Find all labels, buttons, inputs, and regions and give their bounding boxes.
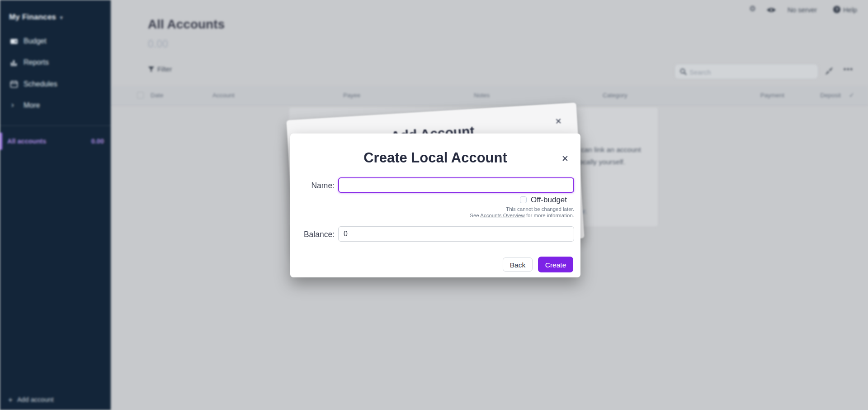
search-input[interactable] (689, 64, 817, 80)
active-indicator-bar (0, 133, 2, 150)
page-balance: 0.00 (148, 38, 168, 50)
page-title: All Accounts (148, 17, 225, 32)
sidebar-item-label: Schedules (24, 80, 57, 88)
offbudget-checkbox[interactable] (520, 196, 527, 203)
eye-icon[interactable] (766, 7, 777, 15)
create-button[interactable]: Create (538, 257, 573, 272)
column-header-payee: Payee (343, 92, 360, 99)
accounts-overview-link[interactable]: Accounts Overview (480, 213, 524, 218)
sidebar-item-label: More (24, 101, 40, 110)
column-header-date: Date (151, 92, 164, 99)
sidebar-item-label: Reports (24, 58, 49, 67)
balance-input[interactable] (338, 226, 574, 242)
wallet-icon (10, 37, 18, 45)
column-header-category: Category (603, 92, 627, 99)
search-icon (679, 68, 687, 76)
close-icon[interactable]: ✕ (555, 116, 562, 127)
filter-label: Filter (157, 66, 172, 73)
help-button[interactable]: Help (843, 6, 857, 14)
calendar-icon (10, 80, 18, 88)
sidebar: My Finances▼ Budget Reports Schedules (0, 0, 111, 410)
balance-label: Balance: (290, 230, 335, 239)
create-local-account-modal: Create Local Account ✕ Name: Off-budget … (290, 133, 580, 277)
funnel-icon (148, 67, 154, 72)
gear-icon[interactable]: ⚙ (749, 4, 756, 14)
server-status-button[interactable]: No server (788, 6, 817, 14)
help-icon: ? (833, 6, 840, 13)
back-button[interactable]: Back (503, 257, 533, 272)
collapse-rows-icon[interactable] (825, 67, 834, 76)
sidebar-divider (0, 125, 111, 126)
budget-name-menu[interactable]: My Finances▼ (9, 13, 64, 22)
chevron-down-icon: ▼ (59, 15, 64, 20)
sidebar-item-label: Budget (24, 37, 47, 45)
sidebar-item-more[interactable]: › More (0, 100, 111, 112)
cleared-column-icon[interactable]: ✓ (849, 91, 854, 99)
chevron-right-icon: › (11, 100, 19, 109)
sidebar-item-reports[interactable]: Reports (0, 57, 111, 69)
sidebar-item-all-accounts[interactable]: All accounts 0.00 (0, 133, 111, 150)
column-header-deposit: Deposit (820, 92, 841, 99)
app-window: My Finances▼ Budget Reports Schedules (0, 0, 868, 410)
filter-button[interactable]: Filter (148, 66, 172, 73)
bar-chart-icon (10, 58, 18, 67)
column-header-account: Account (212, 92, 235, 99)
column-header-notes: Notes (474, 92, 490, 99)
background-text-fragment: can link an account (581, 146, 641, 154)
offbudget-note-line2: See Accounts Overview for more informati… (470, 213, 574, 218)
all-accounts-label: All accounts (7, 138, 46, 145)
offbudget-label: Off-budget (531, 195, 567, 205)
plus-icon: + (8, 396, 13, 404)
transactions-table-header: Date Account Payee Notes Category Paymen… (111, 86, 868, 105)
all-accounts-amount: 0.00 (91, 138, 104, 145)
sidebar-item-budget[interactable]: Budget (0, 36, 111, 48)
more-options-button[interactable]: ••• (844, 65, 854, 73)
add-account-button[interactable]: +Add account (8, 396, 54, 405)
select-all-checkbox[interactable] (137, 92, 144, 99)
column-header-payment: Payment (760, 92, 784, 99)
note-suffix: for more information. (525, 213, 574, 218)
name-label: Name: (290, 181, 335, 191)
add-account-label: Add account (17, 396, 54, 403)
modal-title: Create Local Account (290, 150, 580, 166)
name-input[interactable] (338, 177, 574, 193)
background-text-fragment: locally yourself. (577, 158, 625, 166)
budget-name-label: My Finances (9, 13, 56, 21)
sidebar-item-schedules[interactable]: Schedules (0, 79, 111, 91)
search-field[interactable] (675, 64, 818, 79)
note-prefix: See (470, 213, 480, 218)
close-icon[interactable]: ✕ (561, 153, 569, 164)
offbudget-note-line1: This cannot be changed later. (506, 206, 574, 212)
